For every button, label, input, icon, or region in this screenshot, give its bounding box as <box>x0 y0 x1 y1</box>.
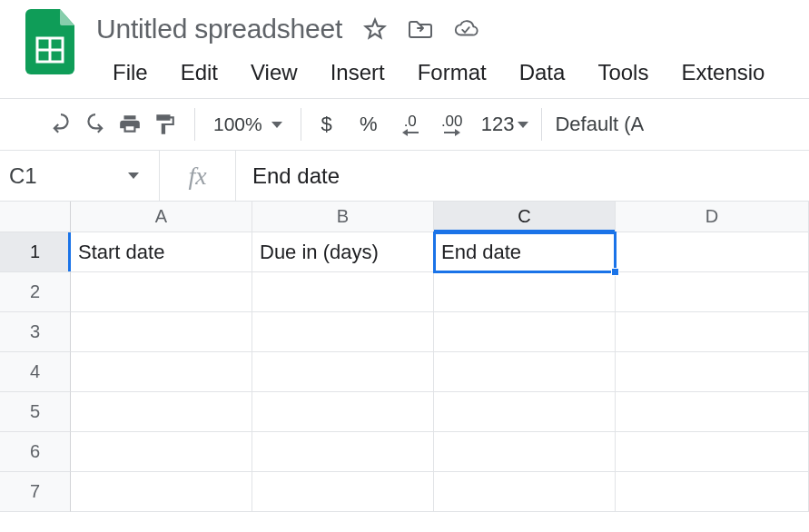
cloud-status-icon[interactable] <box>453 16 478 42</box>
move-icon[interactable] <box>408 16 433 42</box>
menu-edit[interactable]: Edit <box>164 54 234 94</box>
cell-A1[interactable]: Start date <box>71 232 252 272</box>
cell-C2[interactable] <box>434 272 616 312</box>
decrease-decimal-button[interactable]: .0 <box>398 108 423 141</box>
cell-B7[interactable] <box>252 472 434 512</box>
menu-tools[interactable]: Tools <box>581 54 665 94</box>
menu-bar: File Edit View Insert Format Data Tools … <box>96 54 809 94</box>
menu-view[interactable]: View <box>234 54 314 94</box>
toolbar: 100% $ % .0 .00 123 <box>0 99 809 150</box>
name-box-value: C1 <box>9 163 37 189</box>
zoom-value: 100% <box>213 113 262 135</box>
cell-A3[interactable] <box>71 312 252 352</box>
redo-button[interactable] <box>78 107 113 142</box>
format-percent-button[interactable]: % <box>356 108 381 141</box>
separator <box>194 108 195 141</box>
cell-C4[interactable] <box>434 352 616 392</box>
name-box[interactable]: C1 <box>0 151 160 201</box>
cell-D7[interactable] <box>616 472 809 512</box>
cell-B2[interactable] <box>252 272 434 312</box>
cell-C1[interactable]: End date <box>434 232 616 272</box>
dec-decrease-label: .0 <box>404 113 417 129</box>
more-formats-button[interactable]: 123 <box>481 108 529 141</box>
separator <box>301 108 301 141</box>
row-header-5[interactable]: 5 <box>0 392 71 432</box>
cell-B3[interactable] <box>252 312 434 352</box>
font-select[interactable]: Default (A <box>555 113 644 136</box>
cell-C7[interactable] <box>434 472 616 512</box>
row-header-7[interactable]: 7 <box>0 472 71 512</box>
row-header-1[interactable]: 1 <box>0 232 71 272</box>
format-currency-button[interactable]: $ <box>314 108 340 141</box>
menu-file[interactable]: File <box>96 54 164 94</box>
menu-data[interactable]: Data <box>503 54 582 94</box>
zoom-select[interactable]: 100% <box>208 113 288 135</box>
col-header-C[interactable]: C <box>434 202 616 232</box>
row-header-2[interactable]: 2 <box>0 272 71 312</box>
cell-B1[interactable]: Due in (days) <box>252 232 434 272</box>
formula-input[interactable]: End date <box>236 163 809 189</box>
document-title[interactable]: Untitled spreadsheet <box>96 14 342 44</box>
cell-A7[interactable] <box>71 472 252 512</box>
cell-C3[interactable] <box>434 312 616 352</box>
select-all-corner[interactable] <box>0 202 71 232</box>
cell-D2[interactable] <box>616 272 809 312</box>
star-icon[interactable] <box>362 16 388 42</box>
col-header-A[interactable]: A <box>71 202 252 232</box>
menu-extensions[interactable]: Extensio <box>665 54 781 94</box>
cell-D4[interactable] <box>616 352 809 392</box>
fx-label: fx <box>160 151 236 201</box>
col-header-B[interactable]: B <box>252 202 434 232</box>
caret-down-icon <box>128 172 139 179</box>
increase-decimal-button[interactable]: .00 <box>439 108 465 141</box>
sheets-logo[interactable] <box>25 9 74 74</box>
cell-D5[interactable] <box>616 392 809 432</box>
separator <box>541 108 542 141</box>
row-header-4[interactable]: 4 <box>0 352 71 392</box>
cell-B5[interactable] <box>252 392 434 432</box>
row-header-6[interactable]: 6 <box>0 432 71 472</box>
cell-C1-value: End date <box>441 241 521 264</box>
cell-C5[interactable] <box>434 392 616 432</box>
cell-A6[interactable] <box>71 432 252 472</box>
cell-A2[interactable] <box>71 272 252 312</box>
cell-C6[interactable] <box>434 432 616 472</box>
format-123-label: 123 <box>481 113 515 136</box>
cell-B6[interactable] <box>252 432 434 472</box>
cell-D1[interactable] <box>616 232 809 272</box>
undo-button[interactable] <box>44 107 78 142</box>
cell-D3[interactable] <box>616 312 809 352</box>
menu-format[interactable]: Format <box>401 54 503 94</box>
print-button[interactable] <box>113 107 147 142</box>
cell-D6[interactable] <box>616 432 809 472</box>
cell-A4[interactable] <box>71 352 252 392</box>
menu-insert[interactable]: Insert <box>314 54 401 94</box>
paint-format-button[interactable] <box>147 107 182 142</box>
cell-B4[interactable] <box>252 352 434 392</box>
row-header-3[interactable]: 3 <box>0 312 71 352</box>
dec-increase-label: .00 <box>441 113 463 129</box>
caret-down-icon <box>271 122 282 128</box>
col-header-D[interactable]: D <box>616 202 809 232</box>
spreadsheet-grid: A B C D 1 Start date Due in (days) End d… <box>0 202 809 512</box>
caret-down-icon <box>518 122 528 128</box>
fill-handle[interactable] <box>611 268 619 276</box>
cell-A5[interactable] <box>71 392 252 432</box>
